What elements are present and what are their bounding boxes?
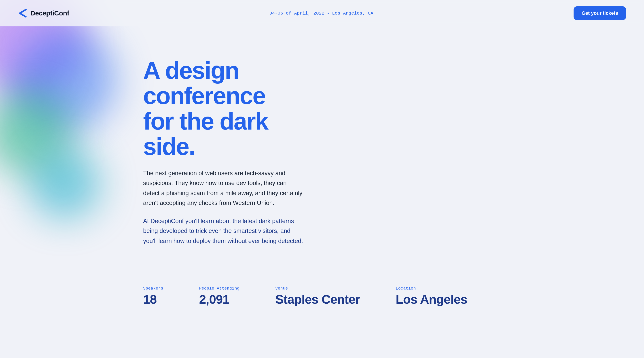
stat-location-label: Location [396,286,467,291]
page-wrapper: DeceptiConf 04-06 of April, 2022 ◆ Los A… [0,0,644,358]
event-date: 04-06 of April, 2022 [270,11,324,16]
stat-venue-value: Staples Center [275,292,360,306]
stat-speakers-label: Speakers [143,286,163,291]
stat-location: Location Los Angeles [396,286,467,306]
get-tickets-button[interactable]: Get your tickets [574,6,626,20]
stat-attending: People Attending 2,091 [199,286,240,306]
logo-text: DeceptiConf [30,10,69,17]
stat-attending-value: 2,091 [199,292,240,306]
stat-speakers: Speakers 18 [143,286,163,306]
logo-link[interactable]: DeceptiConf [18,7,69,19]
event-location: Los Angeles, CA [332,11,374,16]
hero-title: A design conference for the dark side. [143,58,304,159]
stats-section: Speakers 18 People Attending 2,091 Venue… [0,286,644,306]
stat-venue: Venue Staples Center [275,286,360,306]
stat-venue-label: Venue [275,286,360,291]
stat-speakers-value: 18 [143,292,163,306]
stat-attending-label: People Attending [199,286,240,291]
hero-section: A design conference for the dark side. T… [0,27,322,286]
stat-location-value: Los Angeles [396,292,467,306]
diamond-icon: ◆ [328,12,329,15]
hero-description-2: At DeceptiConf you'll learn about the la… [143,216,304,246]
logo-icon [18,7,28,19]
nav-event-info: 04-06 of April, 2022 ◆ Los Angeles, CA [270,11,374,16]
navbar: DeceptiConf 04-06 of April, 2022 ◆ Los A… [0,0,644,27]
hero-description-1: The next generation of web users are tec… [143,168,304,208]
